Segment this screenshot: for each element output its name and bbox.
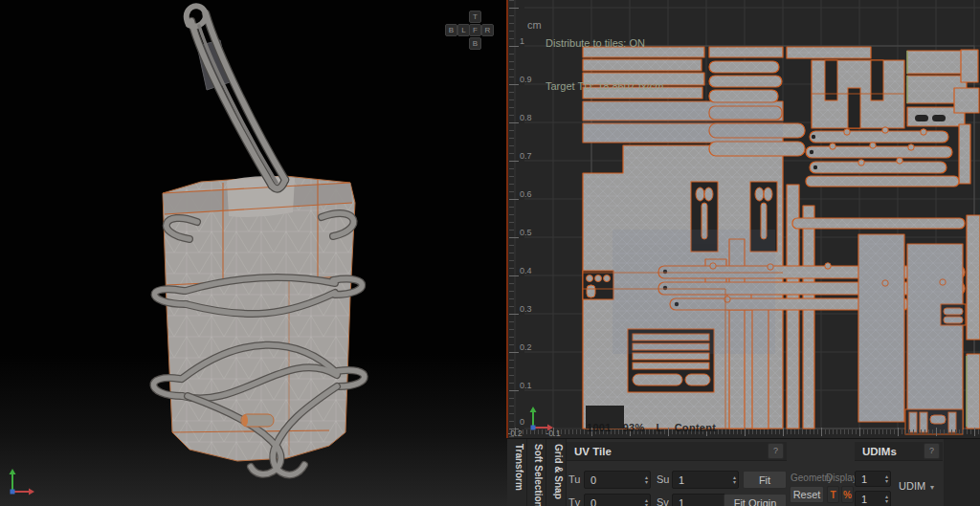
tu-value: 0 [590,474,596,486]
tu-spinner[interactable] [645,475,648,485]
udims-header: UDIMs ? [855,442,943,461]
tab-grid-snap[interactable]: Grid & Snap [546,439,567,506]
v-ruler-label: 0.7 [520,151,546,161]
viewport-3d[interactable]: T B L F R B [0,0,507,506]
fit-origin-button[interactable]: Fit Origin [724,494,787,506]
v-ruler-label: 0.8 [520,113,546,122]
udim-v-spinner[interactable] [885,495,888,504]
h-ruler-label: -0.1 [540,429,567,438]
v-ruler-label: 0 [520,417,546,427]
display-label: Display [826,473,858,483]
percent-toggle[interactable]: % [841,486,854,503]
spinner-down-icon[interactable] [885,499,888,504]
tile-channel: L [657,422,663,433]
uv-tile-title: UV Tile [567,446,612,457]
udim-v-value: 1 [861,494,867,505]
sv-label: Sv [657,496,669,506]
fit-button[interactable]: Fit [743,471,787,489]
tv-value: 0 [590,497,596,506]
udim-mode-dropdown[interactable]: UDIM [899,480,934,492]
bottom-toolbar: Transform Soft Selection Grid & Snap UV … [507,438,980,506]
axis-gizmo-3d [10,469,35,495]
udims-title: UDIMs [855,446,897,457]
viewport-divider [506,0,508,438]
spinner-down-icon[interactable] [645,503,648,506]
nav-back-button[interactable]: B [445,24,457,36]
v-ruler-major-ticks [509,8,519,436]
ruler-unit-label: cm [527,19,542,31]
v-ruler-label: 0.3 [520,304,546,314]
tile-coverage: 93% [623,422,645,433]
tv-field[interactable]: 0 [584,494,651,506]
tv-spinner[interactable] [645,498,648,506]
cord-toggle [241,414,274,427]
v-ruler-label: 0.1 [520,381,546,390]
tab-transform[interactable]: Transform [507,439,527,506]
su-spinner[interactable] [733,475,736,485]
texel-density-toggle[interactable]: T [827,486,839,503]
chevron-down-icon [930,480,934,492]
model-3d-render [0,0,507,506]
tu-field[interactable]: 0 [584,471,651,489]
udim-u-field[interactable]: 1 [855,471,891,487]
uv-tile-help-button[interactable]: ? [768,443,784,459]
panel-filler [944,439,980,506]
spinner-down-icon[interactable] [885,479,888,484]
udim-v-field[interactable]: 1 [855,491,891,506]
v-ruler-label: 0.6 [520,189,546,199]
v-ruler-label: 0.4 [520,266,546,275]
uv-info-overlay: Distribute to tiles: ON Target TD: 18.86… [546,8,663,122]
spinner-down-icon[interactable] [733,480,736,485]
nav-bottom-button[interactable]: B [469,37,481,50]
v-ruler-label: 0.2 [520,342,546,352]
tu-label: Tu [568,473,580,485]
nav-top-button[interactable]: T [469,11,481,23]
tile-name: Content [675,422,717,433]
nav-front-button[interactable]: F [469,24,481,36]
v-ruler-label: 0.9 [520,75,546,84]
udim-u-value: 1 [861,473,867,485]
uv-editor-viewport[interactable]: cm 1 0.9 0.8 0.7 0.6 0.5 0.4 0.3 0.2 0.1… [507,0,980,438]
h-ruler-label: -0.2 [507,429,528,438]
v-ruler-label: 1 [520,36,546,46]
h-ruler-major-ticks [515,428,980,436]
tile-udim-number: 1001 [587,422,612,433]
su-field[interactable]: 1 [672,471,739,489]
su-label: Su [657,473,669,485]
side-tab-strip: Transform Soft Selection Grid & Snap [507,439,567,506]
sv-value: 1 [679,497,684,506]
spinner-down-icon[interactable] [645,480,648,485]
target-td-status: Target TD: 18.8607 tx/cm [546,79,663,94]
udims-help-button[interactable]: ? [924,443,940,459]
udim-mode-value: UDIM [899,480,925,492]
v-ruler-label: 0.5 [520,228,546,237]
nav-right-button[interactable]: R [481,24,494,36]
uv-tile-header: UV Tile ? [567,442,787,461]
distribute-tiles-status: Distribute to tiles: ON [546,36,663,51]
reset-button[interactable]: Reset [790,486,824,503]
udim-tile-label: 1001 93% L Content [587,422,716,433]
udim-u-spinner[interactable] [885,474,888,484]
tab-soft-selection[interactable]: Soft Selection [527,439,547,506]
tv-label: Tv [568,496,580,506]
su-value: 1 [679,474,684,486]
